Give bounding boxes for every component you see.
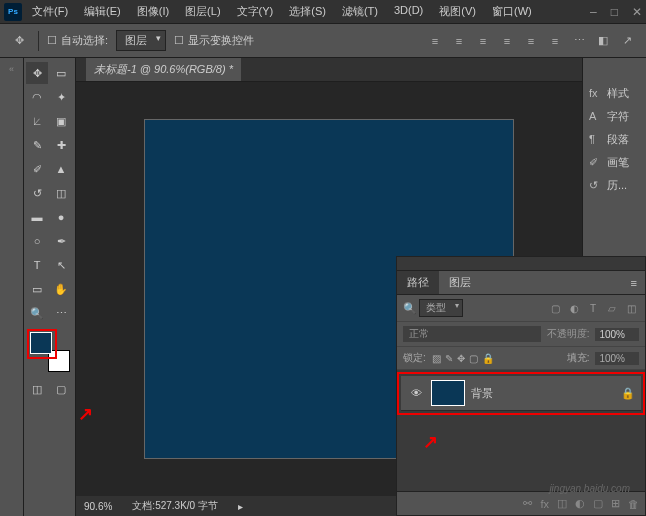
annotation-arrow-icon: ↗: [423, 431, 438, 453]
color-swatches[interactable]: [30, 332, 70, 372]
filter-smart-icon[interactable]: ◫: [623, 301, 639, 315]
zoom-tool[interactable]: 🔍: [26, 302, 48, 324]
stamp-tool[interactable]: ▲: [50, 158, 72, 180]
blur-tool[interactable]: ●: [50, 206, 72, 228]
maximize-icon[interactable]: □: [611, 5, 618, 19]
main-menu: 文件(F) 编辑(E) 图像(I) 图层(L) 文字(Y) 选择(S) 滤镜(T…: [28, 2, 590, 21]
layer-row-background[interactable]: 👁 背景 🔒: [401, 376, 641, 411]
crop-tool[interactable]: ⟀: [26, 110, 48, 132]
more-icon[interactable]: ⋯: [568, 30, 590, 52]
panel-character[interactable]: A字符: [583, 105, 646, 128]
menu-window[interactable]: 窗口(W): [488, 2, 536, 21]
shape-tool[interactable]: ▭: [26, 278, 48, 300]
eraser-tool[interactable]: ◫: [50, 182, 72, 204]
minimize-icon[interactable]: –: [590, 5, 597, 19]
lock-artboard-icon[interactable]: ▢: [469, 353, 478, 364]
group-icon[interactable]: ▢: [593, 497, 603, 510]
search-icon[interactable]: 🔍: [403, 302, 415, 314]
blend-mode-dropdown[interactable]: 正常: [403, 326, 541, 342]
app-logo: Ps: [4, 3, 22, 21]
panel-styles[interactable]: fx样式: [583, 82, 646, 105]
screenmode-tool[interactable]: ▢: [50, 378, 72, 400]
align-center-icon[interactable]: ≡: [448, 30, 470, 52]
share-icon[interactable]: ↗: [616, 30, 638, 52]
panel-brushes[interactable]: ✐画笔: [583, 151, 646, 174]
frame-tool[interactable]: ▣: [50, 110, 72, 132]
3d-mode-icon[interactable]: ◧: [592, 30, 614, 52]
align-left-icon[interactable]: ≡: [424, 30, 446, 52]
gradient-tool[interactable]: ▬: [26, 206, 48, 228]
layer-target-dropdown[interactable]: 图层: [116, 30, 166, 51]
move-tool-icon[interactable]: ✥: [8, 30, 30, 52]
quickmask-tool[interactable]: ◫: [26, 378, 48, 400]
menu-select[interactable]: 选择(S): [285, 2, 330, 21]
move-tool[interactable]: ✥: [26, 62, 48, 84]
menu-edit[interactable]: 编辑(E): [80, 2, 125, 21]
align-right-icon[interactable]: ≡: [472, 30, 494, 52]
status-arrow-icon[interactable]: ▸: [238, 501, 243, 512]
menu-view[interactable]: 视图(V): [435, 2, 480, 21]
filter-pixel-icon[interactable]: ▢: [547, 301, 563, 315]
annotation-highlight: [27, 329, 57, 359]
panel-grip-icon[interactable]: «: [9, 64, 14, 74]
lock-icon: 🔒: [621, 387, 635, 400]
align-middle-icon[interactable]: ≡: [520, 30, 542, 52]
marquee-tool[interactable]: ▭: [50, 62, 72, 84]
doc-size-info[interactable]: 文档:527.3K/0 字节: [132, 499, 218, 513]
panel-drag-handle[interactable]: [397, 257, 645, 271]
layers-panel-footer: ⚯ fx ◫ ◐ ▢ ⊞ 🗑: [397, 491, 645, 515]
visibility-toggle-icon[interactable]: 👁: [407, 387, 425, 399]
zoom-level[interactable]: 90.6%: [84, 501, 112, 512]
menu-image[interactable]: 图像(I): [133, 2, 173, 21]
dodge-tool[interactable]: ○: [26, 230, 48, 252]
brush-tool[interactable]: ✐: [26, 158, 48, 180]
type-tool[interactable]: T: [26, 254, 48, 276]
layer-name[interactable]: 背景: [471, 386, 621, 401]
path-tool[interactable]: ↖: [50, 254, 72, 276]
layer-fx-icon[interactable]: fx: [540, 498, 549, 510]
document-tab[interactable]: 未标题-1 @ 90.6%(RGB/8) *: [86, 58, 241, 81]
panel-paragraph[interactable]: ¶段落: [583, 128, 646, 151]
layer-mask-icon[interactable]: ◫: [557, 497, 567, 510]
link-layers-icon[interactable]: ⚯: [523, 497, 532, 510]
new-layer-icon[interactable]: ⊞: [611, 497, 620, 510]
lock-pixels-icon[interactable]: ▨: [432, 353, 441, 364]
annotation-arrow-icon: ↗: [78, 403, 93, 425]
pen-tool[interactable]: ✒: [50, 230, 72, 252]
menu-filter[interactable]: 滤镜(T): [338, 2, 382, 21]
lasso-tool[interactable]: ◠: [26, 86, 48, 108]
opacity-value[interactable]: 100%: [595, 328, 639, 341]
menu-layer[interactable]: 图层(L): [181, 2, 224, 21]
align-top-icon[interactable]: ≡: [496, 30, 518, 52]
align-bottom-icon[interactable]: ≡: [544, 30, 566, 52]
lock-position-icon[interactable]: ✎: [445, 353, 453, 364]
filter-kind-dropdown[interactable]: 类型: [419, 299, 463, 317]
menu-type[interactable]: 文字(Y): [233, 2, 278, 21]
filter-shape-icon[interactable]: ▱: [604, 301, 620, 315]
filter-type-icon[interactable]: T: [585, 301, 601, 315]
healing-tool[interactable]: ✚: [50, 134, 72, 156]
panel-menu-icon[interactable]: ≡: [623, 273, 645, 293]
eyedropper-tool[interactable]: ✎: [26, 134, 48, 156]
edit-toolbar[interactable]: ⋯: [50, 302, 72, 324]
adjustment-layer-icon[interactable]: ◐: [575, 497, 585, 510]
tab-paths[interactable]: 路径: [397, 271, 439, 294]
history-brush-tool[interactable]: ↺: [26, 182, 48, 204]
close-icon[interactable]: ✕: [632, 5, 642, 19]
menu-file[interactable]: 文件(F): [28, 2, 72, 21]
show-transform-checkbox[interactable]: ☐ 显示变换控件: [174, 33, 254, 48]
delete-layer-icon[interactable]: 🗑: [628, 498, 639, 510]
document-tabs: 未标题-1 @ 90.6%(RGB/8) *: [76, 58, 582, 82]
paragraph-icon: ¶: [589, 133, 603, 147]
filter-adjust-icon[interactable]: ◐: [566, 301, 582, 315]
fill-value[interactable]: 100%: [595, 352, 639, 365]
layer-thumbnail[interactable]: [431, 380, 465, 406]
menu-3d[interactable]: 3D(D): [390, 2, 427, 21]
wand-tool[interactable]: ✦: [50, 86, 72, 108]
hand-tool[interactable]: ✋: [50, 278, 72, 300]
tab-layers[interactable]: 图层: [439, 271, 481, 294]
lock-all-icon[interactable]: 🔒: [482, 353, 494, 364]
panel-history[interactable]: ↺历...: [583, 174, 646, 197]
auto-select-checkbox[interactable]: ☐ 自动选择:: [47, 33, 108, 48]
lock-move-icon[interactable]: ✥: [457, 353, 465, 364]
